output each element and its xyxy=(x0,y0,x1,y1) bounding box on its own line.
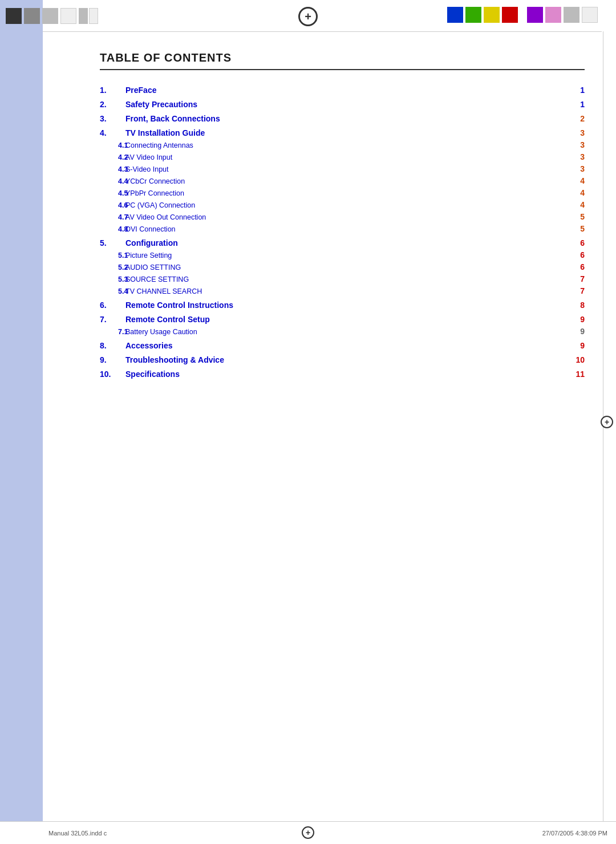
top-crosshair xyxy=(298,7,318,26)
title-underline xyxy=(100,69,585,70)
toc-row: 7.1Battery Usage Caution9 xyxy=(100,325,585,337)
toc-page: 6 xyxy=(568,250,585,259)
toc-number: 5. xyxy=(100,238,125,247)
toc-number: 8. xyxy=(100,341,125,350)
toc-dots xyxy=(347,135,568,136)
swatch-lgray xyxy=(42,8,58,24)
toc-label: YPbPr Connection xyxy=(125,189,347,197)
toc-dots xyxy=(347,322,568,322)
toc-label: PreFace xyxy=(125,86,347,95)
toc-number: 5.2 xyxy=(100,263,125,271)
toc-page: 1 xyxy=(568,100,585,109)
toc-page: 3 xyxy=(568,152,585,161)
toc-number: 1. xyxy=(100,86,125,95)
toc-number: 4.1 xyxy=(100,141,125,149)
toc-page: 2 xyxy=(568,114,585,123)
bottom-bar: Manual 32L05.indd c + 27/07/2005 4:38:09… xyxy=(0,821,616,844)
toc-page: 4 xyxy=(568,176,585,185)
toc-row: 4.7AV Video Out Connection5 xyxy=(100,210,585,222)
toc-row: 10.Specifications11 xyxy=(100,366,585,380)
toc-row: 1.PreFace1 xyxy=(100,82,585,96)
toc-row: 5.Configuration6 xyxy=(100,234,585,249)
toc-page: 3 xyxy=(568,164,585,173)
toc-dots xyxy=(347,107,568,107)
toc-row: 2.Safety Precautions1 xyxy=(100,96,585,110)
swatch-white xyxy=(60,8,76,24)
toc-dots xyxy=(347,307,568,308)
toc-row: 8.Accessories9 xyxy=(100,337,585,351)
toc-label: DVI Connection xyxy=(125,225,347,233)
swatch-lgray3 xyxy=(564,7,579,23)
toc-row: 4.4YCbCr Connection4 xyxy=(100,175,585,186)
toc-dots xyxy=(347,293,568,294)
swatch-pink xyxy=(545,7,561,23)
toc-label: Picture Setting xyxy=(125,251,347,259)
toc-page: 9 xyxy=(568,315,585,324)
toc-dots xyxy=(347,219,568,220)
toc-dots xyxy=(347,171,568,172)
toc-label: YCbCr Connection xyxy=(125,177,347,185)
toc-row: 4.5YPbPr Connection4 xyxy=(100,186,585,198)
toc-page: 4 xyxy=(568,200,585,209)
toc-row: 4.2AV Video Input3 xyxy=(100,151,585,163)
toc-label: SOURCE SETTING xyxy=(125,275,347,283)
swatch-dark xyxy=(6,8,22,24)
swatch-gray xyxy=(24,8,40,24)
swatch-blue xyxy=(447,7,463,23)
toc-number: 5.1 xyxy=(100,251,125,259)
toc-label: TV Installation Guide xyxy=(125,128,347,137)
swatch-lgray2 xyxy=(79,8,88,24)
toc-page: 7 xyxy=(568,286,585,295)
swatch-green xyxy=(465,7,481,23)
toc-dots xyxy=(347,231,568,232)
toc-label: S-Video Input xyxy=(125,165,347,173)
toc-row: 4.TV Installation Guide3 xyxy=(100,124,585,139)
toc-label: Safety Precautions xyxy=(125,100,347,109)
toc-page: 5 xyxy=(568,224,585,233)
toc-page: 11 xyxy=(568,370,585,379)
toc-page: 4 xyxy=(568,188,585,197)
toc-label: Troubleshooting & Advice xyxy=(125,355,347,364)
top-divider xyxy=(43,31,602,32)
toc-number: 5.3 xyxy=(100,275,125,283)
bottom-left-label: Manual 32L05.indd c xyxy=(48,830,107,837)
toc-page: 7 xyxy=(568,274,585,283)
toc-number: 4.6 xyxy=(100,201,125,209)
toc-dots xyxy=(347,207,568,208)
swatch-yellow xyxy=(484,7,500,23)
toc-number: 4.4 xyxy=(100,177,125,185)
toc-number: 4.5 xyxy=(100,189,125,197)
toc-row: 4.8DVI Connection5 xyxy=(100,222,585,234)
toc-row: 7.Remote Control Setup9 xyxy=(100,311,585,325)
toc-dots xyxy=(347,281,568,282)
toc-page: 9 xyxy=(568,341,585,350)
toc-row: 5.3SOURCE SETTING7 xyxy=(100,273,585,285)
toc-row: 6.Remote Control Instructions8 xyxy=(100,297,585,311)
toc-page: 1 xyxy=(568,86,585,95)
page-title: TABLE OF CONTENTS xyxy=(100,51,585,64)
toc-number: 3. xyxy=(100,114,125,123)
top-bar xyxy=(0,0,616,31)
toc-page: 3 xyxy=(568,140,585,149)
toc-dots xyxy=(347,334,568,334)
toc-dots xyxy=(347,183,568,184)
toc-dots xyxy=(347,159,568,160)
top-bar-right-swatches xyxy=(447,7,599,23)
toc-row: 5.2AUDIO SETTING6 xyxy=(100,261,585,273)
toc-label: Connecting Antennas xyxy=(125,141,347,149)
toc-dots xyxy=(347,92,568,93)
toc-label: AV Video Input xyxy=(125,153,347,161)
toc-row: 4.6PC (VGA) Connection4 xyxy=(100,198,585,210)
bottom-crosshair: + xyxy=(302,826,314,839)
toc-label: Front, Back Connections xyxy=(125,114,347,123)
toc-number: 7. xyxy=(100,315,125,324)
swatch-white3 xyxy=(582,7,598,23)
toc-number: 9. xyxy=(100,355,125,364)
toc-dots xyxy=(347,362,568,363)
toc-page: 6 xyxy=(568,262,585,271)
toc-row: 3.Front, Back Connections2 xyxy=(100,110,585,124)
toc-label: Specifications xyxy=(125,370,347,379)
toc-number: 10. xyxy=(100,370,125,379)
toc-number: 4.8 xyxy=(100,225,125,233)
toc-row: 5.1Picture Setting6 xyxy=(100,249,585,261)
